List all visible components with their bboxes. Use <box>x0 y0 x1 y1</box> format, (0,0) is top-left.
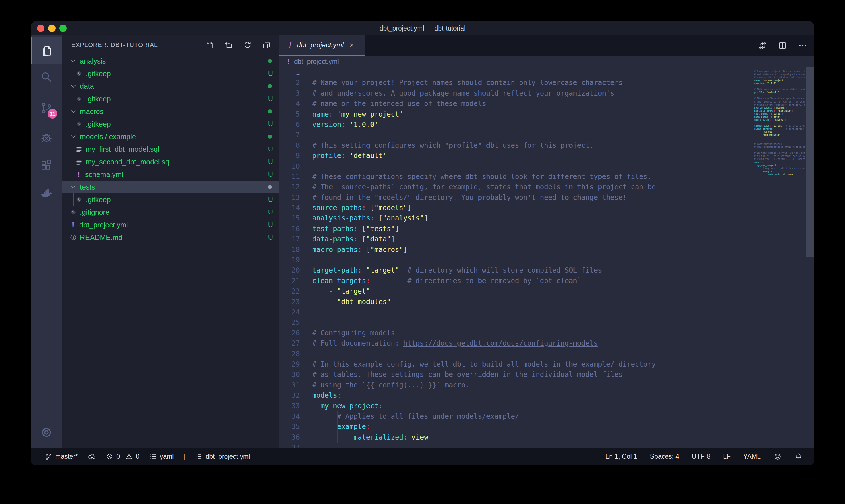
eol-setting[interactable]: LF <box>723 453 731 461</box>
git-untracked-badge: U <box>268 95 273 103</box>
git-file-icon <box>75 196 83 203</box>
tree-item-data[interactable]: data <box>61 80 279 92</box>
code-line-23: 23 - "dbt_modules" <box>279 297 806 307</box>
tree-item-analysis[interactable]: analysis <box>61 55 279 67</box>
problems-status[interactable]: 0 0 <box>106 453 140 461</box>
line-number: 35 <box>279 421 300 432</box>
branch-status[interactable]: master* <box>45 453 78 461</box>
line-number: 1 <box>279 67 300 78</box>
tree-item-macros[interactable]: macros <box>61 105 279 118</box>
tree-item-dbt-project-yml[interactable]: !dbt_project.ymlU <box>61 218 279 231</box>
language-mode[interactable]: YAML <box>743 453 761 461</box>
folder-changes-dot <box>268 185 272 189</box>
code-line-6: version: '1.0.0' <box>742 83 805 86</box>
folder-changes-dot <box>268 134 272 139</box>
git-untracked-badge: U <box>268 233 273 241</box>
line-number: 31 <box>279 380 300 390</box>
folder-changes-dot <box>268 84 272 88</box>
activity-extensions[interactable] <box>31 151 61 179</box>
open-changes-button[interactable] <box>758 41 767 50</box>
tree-item-models-example[interactable]: models / example <box>61 130 279 143</box>
code-line-24: 24 <box>279 307 806 317</box>
activity-source-control[interactable]: 11 <box>31 94 61 122</box>
code-line-5: 5name: 'my_new_project' <box>279 109 806 120</box>
code-line-16: test-paths: ["tests"] <box>742 112 805 116</box>
tree-item-my-first-dbt-model-sql[interactable]: my_first_dbt_model.sqlU <box>61 143 279 156</box>
yaml-language-indicator[interactable]: yaml <box>149 453 174 461</box>
tree-item-label: data <box>80 82 94 90</box>
code-line-21: clean-targets: # directories to be remov… <box>742 128 805 131</box>
more-actions-button[interactable] <box>798 41 807 50</box>
tree-item-my-second-dbt-model-sql[interactable]: my_second_dbt_model.sqlU <box>61 156 279 168</box>
cursor-position[interactable]: Ln 1, Col 1 <box>606 453 637 461</box>
line-number: 24 <box>279 307 300 317</box>
code-line-28 <box>742 149 805 152</box>
code-line-29: # In this example config, we tell dbt to… <box>742 152 805 155</box>
feedback-button[interactable] <box>773 452 782 461</box>
tree-indent-guide <box>73 193 74 206</box>
tree-item-label: models / example <box>80 132 136 141</box>
line-number: 36 <box>279 432 300 443</box>
window-title: dbt_project.yml — dbt-tutorial <box>31 21 814 35</box>
code-line-9: 9profile: 'default' <box>279 151 806 161</box>
notifications-bell[interactable] <box>794 452 803 461</box>
activity-search[interactable] <box>31 63 61 91</box>
minimap[interactable]: # Name your project! Project names shoul… <box>742 67 805 187</box>
tab-dbt-project-yml[interactable]: ! dbt_project.yml × <box>279 35 365 56</box>
activity-settings[interactable] <box>31 419 61 446</box>
tree-item-tests[interactable]: tests <box>61 181 279 193</box>
code-line-4: 4# name or the intended use of these mod… <box>279 98 806 109</box>
tree-item--gitkeep[interactable]: .gitkeepU <box>61 67 279 80</box>
tree-item-label: tests <box>80 183 95 191</box>
code-line-35: 35 example: <box>279 421 806 432</box>
code-line-27: # Full documentation: https://docs.getdb… <box>742 146 805 149</box>
new-file-button[interactable] <box>205 41 214 49</box>
sql-file-icon <box>75 158 83 165</box>
activity-debug[interactable] <box>31 124 61 151</box>
files-icon <box>40 44 54 57</box>
editor-scrollbar[interactable] <box>806 67 814 257</box>
split-editor-button[interactable] <box>778 41 787 50</box>
git-untracked-badge: U <box>268 221 273 229</box>
explorer-sidebar: EXPLORER: DBT-TUTORIAL <box>61 35 279 448</box>
title-bar: dbt_project.yml — dbt-tutorial <box>31 21 814 35</box>
tree-item--gitignore[interactable]: .gitignoreU <box>61 206 279 218</box>
code-line-27: 27# Full documentation: https://docs.get… <box>279 338 806 348</box>
activity-docker[interactable] <box>31 180 61 207</box>
tree-item--gitkeep[interactable]: .gitkeepU <box>61 92 279 105</box>
collapse-all-button[interactable] <box>262 41 271 49</box>
editor-group: ! dbt_project.yml × <box>279 35 814 448</box>
code-line-5: name: 'my_new_project' <box>742 79 805 83</box>
code-line-7: 7 <box>279 130 806 140</box>
code-line-34: # Applies to all files under models/exam… <box>742 167 805 170</box>
tree-item-label: dbt_project.yml <box>79 221 128 229</box>
tree-item--gitkeep[interactable]: .gitkeepU <box>61 118 279 130</box>
file-indicator-label: dbt_project.yml <box>205 453 250 461</box>
line-number: 6 <box>279 120 300 130</box>
encoding-setting[interactable]: UTF-8 <box>692 453 711 461</box>
indentation-setting[interactable]: Spaces: 4 <box>650 453 679 461</box>
code-editor[interactable]: 12# Name your project! Project names sho… <box>279 67 806 448</box>
tree-item-readme-md[interactable]: README.mdU <box>61 231 279 244</box>
breadcrumb[interactable]: ! dbt_project.yml <box>279 56 814 67</box>
code-line-21: 21clean-targets: # directories to be rem… <box>279 276 806 286</box>
code-line-30: 30# as tables. These settings can be ove… <box>279 370 806 380</box>
chevron-down-icon <box>70 133 77 140</box>
vscode-window: dbt_project.yml — dbt-tutorial <box>31 21 814 465</box>
file-outline-indicator[interactable]: dbt_project.yml <box>195 453 250 461</box>
tree-item-schema-yml[interactable]: !schema.ymlU <box>61 168 279 181</box>
line-number: 7 <box>279 130 300 140</box>
code-line-19: 19 <box>279 255 806 265</box>
line-number: 21 <box>279 276 300 286</box>
code-line-36: materialized: view <box>742 173 805 176</box>
line-number: 25 <box>279 317 300 328</box>
tab-close-icon[interactable]: × <box>349 41 354 50</box>
tree-item--gitkeep[interactable]: .gitkeepU <box>61 193 279 206</box>
code-line-31: # using the `{{ config(...) }}` macro. <box>742 158 805 161</box>
new-folder-button[interactable] <box>224 41 233 49</box>
sync-status[interactable] <box>88 452 96 461</box>
code-line-28: 28 <box>279 349 806 359</box>
refresh-button[interactable] <box>243 41 252 49</box>
activity-explorer[interactable] <box>31 37 61 65</box>
code-line-14: 14source-paths: ["models"] <box>279 203 806 213</box>
